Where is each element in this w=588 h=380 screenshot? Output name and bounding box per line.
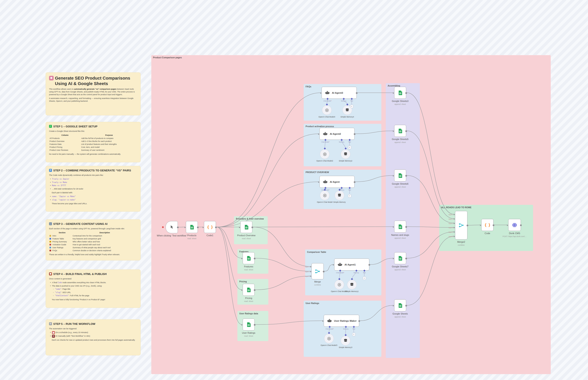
output-port[interactable] — [323, 271, 325, 272]
input-port[interactable] — [454, 223, 455, 224]
node-gs7[interactable]: Google Sheets7append: sheet — [394, 252, 406, 264]
input-port[interactable] — [333, 264, 334, 266]
robot-icon — [323, 131, 328, 136]
input-port[interactable] — [454, 218, 455, 220]
subnode-mem2[interactable] — [341, 149, 350, 159]
list-item: Truely vs Zapier — [52, 178, 137, 180]
input-port[interactable] — [393, 175, 394, 177]
add-tool-button[interactable]: + — [352, 333, 355, 336]
subnode-chat2[interactable] — [320, 149, 330, 159]
output-port[interactable] — [405, 175, 407, 177]
sticky-note-step5[interactable]: ◷STEP 5 – RUN THE WORKFLOWThe automation… — [46, 319, 141, 355]
node-product_overview[interactable]: Product Overviewread: sheet — [240, 221, 252, 233]
node-merge1[interactable]: MergecombineInput 1Input 2Input 3 — [312, 263, 324, 279]
node-user_ratings[interactable]: User Ratingsread: sheet — [243, 319, 255, 331]
output-port[interactable] — [520, 224, 522, 226]
input-port[interactable] — [203, 227, 204, 228]
input-port[interactable] — [310, 271, 312, 272]
input-port[interactable] — [393, 226, 394, 228]
subnode-mem1[interactable] — [347, 280, 357, 289]
input-port[interactable] — [184, 227, 186, 228]
node-products[interactable]: Productsread: sheet — [186, 221, 198, 233]
input-port[interactable] — [241, 258, 243, 259]
node-gs0[interactable]: Google Sheetsappend: sheet — [394, 299, 406, 311]
subnode-mem3[interactable] — [341, 336, 350, 345]
output-port[interactable] — [356, 92, 358, 94]
output-port[interactable] — [254, 289, 256, 291]
node-agent0[interactable]: AI Agent — [319, 176, 355, 188]
input-port[interactable] — [318, 133, 319, 135]
table-cell: List of product features and their stren… — [81, 143, 137, 146]
input-port[interactable] — [239, 227, 240, 228]
row-emoji-icon — [50, 235, 51, 237]
output-port[interactable] — [358, 320, 360, 322]
output-port[interactable] — [405, 226, 407, 228]
add-tool-button[interactable]: + — [348, 194, 351, 197]
subnode-label: OpenAI Chat Model2 — [313, 160, 336, 162]
node-agent2[interactable]: AI Agent2 — [319, 128, 355, 140]
input-port[interactable] — [310, 275, 312, 277]
node-agent3[interactable]: AI Agent3 — [322, 87, 357, 99]
list-item: "slug": SEO URL — [55, 291, 137, 294]
node-merge2[interactable]: Merge2combineInput 1Input 2Input 3Input … — [455, 211, 467, 240]
subnode-chat4[interactable] — [322, 105, 332, 115]
output-port[interactable] — [197, 227, 199, 228]
output-port[interactable] — [254, 324, 256, 326]
input-port[interactable] — [454, 231, 455, 233]
output-port[interactable] — [405, 258, 407, 259]
node-agent1[interactable]: AI Agent1 — [334, 259, 369, 270]
sticky-note-intro[interactable]: ✱Generate SEO Product Comparisons Using … — [46, 72, 141, 115]
input-port[interactable] — [393, 258, 394, 259]
subnode-chat0[interactable] — [320, 190, 330, 200]
output-port[interactable] — [354, 181, 355, 183]
input-port[interactable] — [454, 227, 455, 228]
output-port[interactable] — [354, 133, 355, 135]
input-port[interactable] — [322, 320, 324, 322]
input-port[interactable] — [310, 266, 312, 267]
input-port[interactable] — [320, 92, 322, 94]
table-header: Purpose — [81, 134, 137, 137]
node-gs3[interactable]: Google Sheets3append: sheet — [394, 87, 406, 99]
input-port[interactable] — [393, 130, 394, 132]
input-port[interactable] — [507, 224, 508, 226]
node-features[interactable]: Featuresread: sheet — [243, 252, 255, 264]
sticky-note-step4[interactable]: ▦STEP 4 – BUILD FINAL HTML & PUBLISHOnce… — [46, 269, 141, 308]
input-port[interactable] — [241, 289, 243, 291]
input-port[interactable] — [454, 236, 455, 237]
sticky-note-step1[interactable]: ✓STEP 1 – GOOGLE SHEET SETUPCreate a Goo… — [46, 122, 141, 162]
subnode-chat3[interactable] — [324, 334, 334, 343]
robot-icon — [323, 179, 328, 184]
output-port[interactable] — [368, 264, 370, 266]
output-port[interactable] — [215, 227, 217, 228]
input-port[interactable] — [241, 324, 243, 326]
node-trigger[interactable]: When clicking ‘Test workflow’ — [166, 221, 178, 233]
node-dorik[interactable]: Dorik CMSPOST: https://api.dorik.com/… — [508, 219, 521, 231]
sticky-note-step2[interactable]: ⟳STEP 2 – COMBINE PRODUCTS TO GENERATE “… — [46, 166, 141, 211]
subnode-chat1[interactable] — [334, 280, 344, 289]
node-urm[interactable]: User Ratings Maker — [324, 315, 359, 327]
node-pricing[interactable]: Pricingread: sheet — [243, 284, 255, 296]
output-port[interactable] — [177, 227, 179, 228]
output-port[interactable] — [254, 258, 256, 259]
node-names_slugs[interactable]: Names and slugsappend: sheet — [394, 221, 406, 233]
node-code1[interactable]: { }Code1 — [204, 221, 216, 233]
add-tool-button[interactable]: + — [350, 105, 353, 108]
sticky-note-step3[interactable]: …STEP 3 – GENERATE CONTENT USING AIEach … — [46, 219, 141, 260]
output-port[interactable] — [493, 224, 494, 226]
add-tool-button[interactable]: + — [348, 146, 351, 149]
input-port[interactable] — [318, 181, 319, 183]
input-port[interactable] — [393, 92, 394, 94]
output-port[interactable] — [252, 227, 253, 228]
output-port[interactable] — [467, 225, 468, 226]
output-port[interactable] — [405, 92, 407, 94]
node-gs6[interactable]: Google Sheets6append: sheet — [394, 170, 406, 181]
output-port[interactable] — [405, 305, 407, 306]
node-gs5[interactable]: Google Sheets5append: sheet — [394, 125, 406, 137]
subnode-mem0[interactable] — [335, 190, 344, 200]
input-port[interactable] — [480, 224, 481, 226]
output-port[interactable] — [405, 130, 407, 132]
node-code2[interactable]: { }Code — [481, 219, 494, 231]
input-port[interactable] — [393, 305, 394, 306]
input-port[interactable] — [454, 214, 455, 215]
add-tool-button[interactable]: + — [363, 277, 366, 280]
